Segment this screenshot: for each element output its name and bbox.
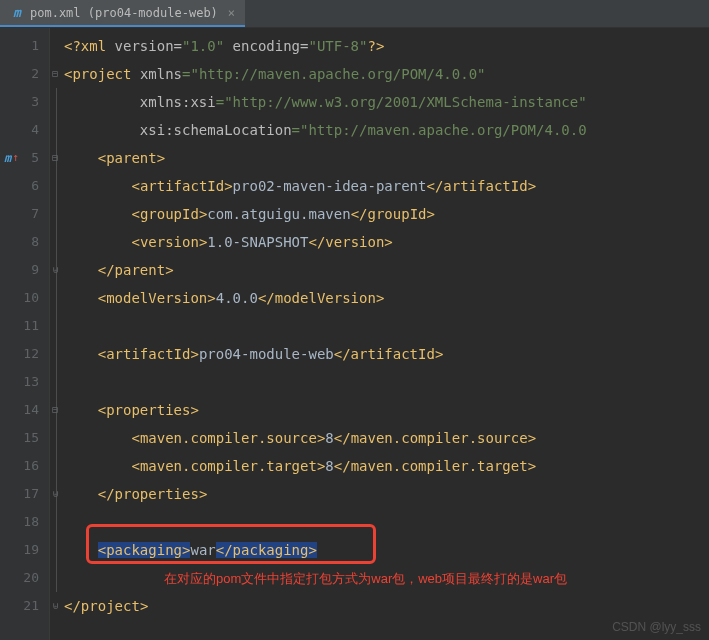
fold-toggle-icon[interactable]: ⊟: [52, 144, 58, 172]
code-line: xsi:schemaLocation="http://maven.apache.…: [64, 116, 709, 144]
fold-toggle-icon[interactable]: ⊟: [52, 60, 58, 88]
code-line: <artifactId>pro02-maven-idea-parent</art…: [64, 172, 709, 200]
code-line: <artifactId>pro04-module-web</artifactId…: [64, 340, 709, 368]
fold-end-icon[interactable]: ⊌: [52, 256, 59, 284]
tab-bar: m pom.xml (pro04-module-web) ×: [0, 0, 709, 28]
annotation-text: 在对应的pom文件中指定打包方式为war包，web项目最终打的是war包: [164, 570, 567, 588]
file-tab[interactable]: m pom.xml (pro04-module-web) ×: [0, 0, 245, 27]
code-line: <maven.compiler.target>8</maven.compiler…: [64, 452, 709, 480]
code-line: [64, 312, 709, 340]
line-gutter: 1234 5m↑ 678910 1112131415 161718192021: [0, 28, 50, 640]
code-line: <modelVersion>4.0.0</modelVersion>: [64, 284, 709, 312]
fold-end-icon[interactable]: ⊌: [52, 480, 59, 508]
code-line: <parent>: [64, 144, 709, 172]
code-line: <groupId>com.atguigu.maven</groupId>: [64, 200, 709, 228]
code-editor[interactable]: 1234 5m↑ 678910 1112131415 161718192021 …: [0, 28, 709, 640]
maven-gutter-marker[interactable]: m↑: [4, 144, 19, 172]
code-line: </properties>: [64, 480, 709, 508]
code-line: [64, 508, 709, 536]
code-line: [64, 368, 709, 396]
tab-title: pom.xml (pro04-module-web): [30, 6, 218, 20]
close-icon[interactable]: ×: [228, 6, 235, 20]
code-line: <project xmlns="http://maven.apache.org/…: [64, 60, 709, 88]
maven-icon: m: [10, 6, 24, 20]
code-line: <packaging>war</packaging>: [64, 536, 709, 564]
code-line: <maven.compiler.source>8</maven.compiler…: [64, 424, 709, 452]
code-line: <properties>: [64, 396, 709, 424]
fold-end-icon[interactable]: ⊌: [52, 592, 59, 620]
fold-column: ⊟ ⊟ ⊌ ⊟ ⊌ ⊌: [50, 28, 64, 640]
code-line: xmlns:xsi="http://www.w3.org/2001/XMLSch…: [64, 88, 709, 116]
code-line: <?xml version="1.0" encoding="UTF-8"?>: [64, 32, 709, 60]
code-line: </parent>: [64, 256, 709, 284]
code-area[interactable]: <?xml version="1.0" encoding="UTF-8"?> <…: [64, 28, 709, 640]
watermark: CSDN @lyy_sss: [612, 620, 701, 634]
fold-toggle-icon[interactable]: ⊟: [52, 396, 58, 424]
code-line: </project>: [64, 592, 709, 620]
code-line: <version>1.0-SNAPSHOT</version>: [64, 228, 709, 256]
